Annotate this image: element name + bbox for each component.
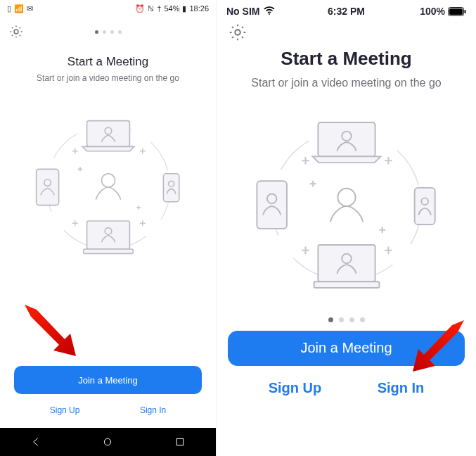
page-title: Start a Meeting bbox=[217, 48, 476, 70]
auth-links-row: Sign Up Sign In bbox=[217, 380, 476, 396]
svg-rect-18 bbox=[465, 10, 466, 13]
nfc-icon: ℕ bbox=[148, 4, 154, 13]
svg-point-13 bbox=[105, 438, 111, 445]
android-status-bar: ▯ 📶 ✉ ⏰ ℕ † 54% ▮ 18:26 bbox=[0, 0, 216, 17]
page-indicator bbox=[95, 30, 122, 34]
page-dot bbox=[339, 317, 344, 322]
auth-links-row: Sign Up Sign In bbox=[0, 405, 216, 415]
home-nav-icon[interactable] bbox=[102, 436, 113, 448]
sign-in-link[interactable]: Sign In bbox=[378, 380, 425, 396]
join-meeting-label: Join a Meeting bbox=[300, 340, 392, 356]
clock-text: 6:32 PM bbox=[328, 6, 365, 17]
page-title: Start a Meeting bbox=[0, 55, 216, 69]
svg-rect-26 bbox=[314, 281, 379, 288]
svg-rect-27 bbox=[257, 181, 287, 229]
page-subtitle: Start or join a video meeting on the go bbox=[217, 75, 476, 91]
sign-up-link[interactable]: Sign Up bbox=[50, 405, 80, 415]
page-dot bbox=[118, 30, 122, 34]
join-meeting-button[interactable]: Join a Meeting bbox=[14, 366, 202, 394]
svg-rect-22 bbox=[318, 122, 375, 156]
alarm-icon: ⏰ bbox=[135, 4, 145, 13]
header-row bbox=[217, 20, 476, 42]
svg-rect-17 bbox=[449, 8, 463, 15]
page-dot bbox=[360, 317, 365, 322]
battery-pct: 54% bbox=[164, 4, 179, 13]
svg-rect-29 bbox=[414, 187, 435, 224]
ios-screen: No SIM 6:32 PM 100% Start a Meeting Star… bbox=[217, 0, 476, 456]
status-left-icons: ▯ 📶 ✉ bbox=[7, 4, 33, 13]
page-dot bbox=[95, 30, 98, 34]
status-right-icons: ⏰ ℕ † 54% ▮ 18:26 bbox=[135, 4, 209, 13]
clock-text: 18:26 bbox=[189, 4, 209, 13]
mail-icon: ✉ bbox=[27, 4, 33, 13]
header-row bbox=[0, 17, 216, 42]
page-dot bbox=[110, 30, 114, 34]
svg-rect-8 bbox=[36, 169, 58, 205]
svg-rect-7 bbox=[83, 249, 132, 253]
signal-icon: 📶 bbox=[14, 4, 24, 13]
sign-up-link[interactable]: Sign Up bbox=[269, 380, 322, 396]
svg-point-2 bbox=[101, 174, 115, 187]
svg-point-19 bbox=[235, 30, 240, 34]
join-meeting-button[interactable]: Join a Meeting bbox=[228, 331, 465, 366]
page-indicator bbox=[217, 317, 476, 322]
battery-icon: ▮ bbox=[182, 4, 186, 13]
join-meeting-label: Join a Meeting bbox=[78, 375, 138, 386]
recent-nav-icon[interactable] bbox=[174, 436, 186, 448]
sign-in-label: Sign In bbox=[140, 405, 166, 415]
meeting-illustration bbox=[0, 103, 216, 272]
back-nav-icon[interactable] bbox=[30, 436, 41, 448]
svg-point-0 bbox=[14, 30, 18, 34]
page-subtitle: Start or join a video meeting on the go bbox=[0, 73, 216, 83]
android-screen: ▯ 📶 ✉ ⏰ ℕ † 54% ▮ 18:26 Start a Meeting bbox=[0, 0, 217, 456]
meeting-illustration bbox=[217, 103, 476, 308]
svg-rect-10 bbox=[163, 174, 179, 202]
gear-icon[interactable] bbox=[8, 24, 24, 39]
sign-in-link[interactable]: Sign In bbox=[140, 405, 166, 415]
bt-icon: † bbox=[157, 4, 161, 13]
sign-in-label: Sign In bbox=[378, 380, 425, 395]
page-dot bbox=[328, 317, 333, 322]
carrier-text: No SIM bbox=[226, 6, 259, 17]
svg-point-21 bbox=[337, 188, 355, 205]
page-dot bbox=[349, 317, 354, 322]
status-right: 100% bbox=[420, 6, 466, 17]
gear-icon[interactable] bbox=[228, 23, 247, 42]
battery-pct: 100% bbox=[420, 6, 445, 17]
svg-point-15 bbox=[269, 13, 270, 15]
page-dot bbox=[103, 30, 106, 34]
wifi-icon bbox=[264, 6, 275, 17]
status-left: No SIM bbox=[226, 6, 275, 17]
volte-icon: ▯ bbox=[7, 4, 11, 13]
svg-rect-14 bbox=[176, 438, 183, 445]
battery-icon bbox=[448, 7, 466, 16]
ios-status-bar: No SIM 6:32 PM 100% bbox=[217, 0, 476, 20]
sign-up-label: Sign Up bbox=[269, 380, 322, 395]
android-nav-bar bbox=[0, 428, 216, 456]
sign-up-label: Sign Up bbox=[50, 405, 80, 415]
